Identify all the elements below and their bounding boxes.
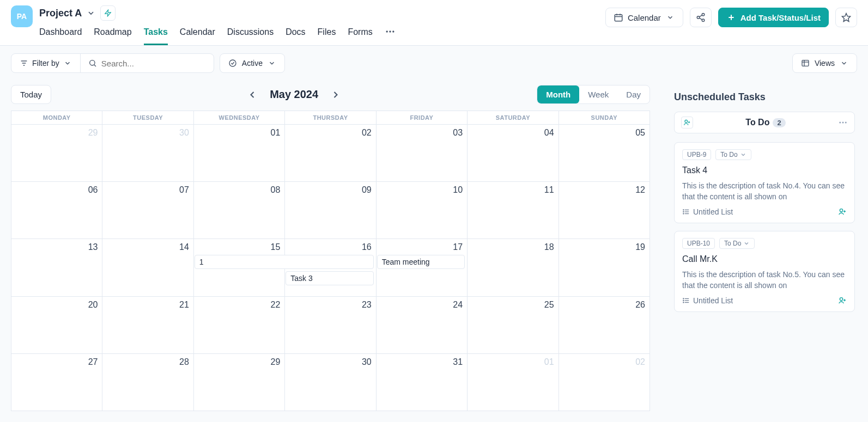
calendar-day[interactable]: 28: [102, 353, 193, 411]
calendar-day[interactable]: 31: [376, 353, 467, 411]
view-selector-button[interactable]: Calendar: [605, 8, 683, 27]
day-number: 03: [381, 128, 463, 138]
prev-month-button[interactable]: [245, 87, 260, 102]
calendar-day[interactable]: 11: [467, 181, 558, 238]
tab-files[interactable]: Files: [318, 24, 336, 45]
svg-rect-22: [802, 60, 809, 66]
day-number: 31: [381, 357, 463, 367]
calendar-day[interactable]: 05: [559, 124, 650, 181]
view-option-day[interactable]: Day: [617, 85, 650, 103]
calendar-day[interactable]: 13: [11, 238, 102, 296]
task-card[interactable]: UPB-9 To Do Task 4 This is the descripti…: [674, 142, 855, 223]
calendar-day[interactable]: 20: [11, 296, 102, 353]
task-card[interactable]: UPB-10 To Do Call Mr.K This is the descr…: [674, 231, 855, 312]
automation-bolt-button[interactable]: [100, 5, 116, 21]
svg-point-43: [683, 298, 684, 299]
day-number: 23: [289, 300, 371, 310]
search-input-wrap[interactable]: [81, 54, 214, 72]
svg-point-36: [683, 213, 684, 214]
calendar-day[interactable]: 24: [376, 296, 467, 353]
calendar-day[interactable]: 10: [376, 181, 467, 238]
search-input[interactable]: [101, 59, 206, 68]
day-number: 22: [198, 300, 280, 310]
calendar-day[interactable]: 02: [284, 124, 375, 181]
calendar-day[interactable]: 06: [11, 181, 102, 238]
calendar-day[interactable]: 14: [102, 238, 193, 296]
day-number: 24: [381, 300, 463, 310]
chevron-down-icon: [267, 58, 277, 68]
svg-point-8: [702, 14, 705, 16]
tab-docs[interactable]: Docs: [286, 24, 305, 45]
calendar-day[interactable]: 19: [559, 238, 650, 296]
svg-marker-15: [842, 14, 851, 22]
tab-dashboard[interactable]: Dashboard: [39, 24, 82, 45]
calendar-day[interactable]: 08: [193, 181, 284, 238]
star-button[interactable]: [835, 8, 857, 27]
nav-tabs: DashboardRoadmapTasksCalendarDiscussions…: [39, 24, 396, 45]
calendar-day[interactable]: 04: [467, 124, 558, 181]
tab-calendar[interactable]: Calendar: [180, 24, 215, 45]
assign-icon[interactable]: [838, 207, 847, 216]
day-number: 02: [563, 357, 645, 367]
calendar-day[interactable]: 30: [284, 353, 375, 411]
svg-point-30: [845, 122, 847, 124]
filter-by-button[interactable]: Filter by: [11, 54, 81, 72]
calendar-day[interactable]: 30: [102, 124, 193, 181]
more-icon[interactable]: [838, 118, 848, 127]
more-tabs-icon[interactable]: [385, 24, 396, 45]
tab-forms[interactable]: Forms: [348, 24, 372, 45]
calendar-day[interactable]: 23: [284, 296, 375, 353]
chevron-down-icon[interactable]: [86, 8, 96, 18]
svg-point-34: [683, 210, 684, 210]
task-description: This is the description of task No.5. Yo…: [682, 270, 847, 291]
today-button[interactable]: Today: [11, 85, 51, 104]
calendar-day[interactable]: 01: [193, 124, 284, 181]
views-button[interactable]: Views: [792, 53, 857, 73]
task-status-tag[interactable]: To Do: [719, 238, 755, 249]
filter-toolbar: Filter by Active: [0, 46, 868, 81]
view-option-month[interactable]: Month: [537, 85, 579, 103]
share-button[interactable]: [690, 8, 712, 27]
view-option-week[interactable]: Week: [579, 85, 617, 103]
add-task-button[interactable]: Add Task/Status/List: [718, 8, 829, 27]
day-number: 09: [289, 185, 371, 195]
calendar-day[interactable]: 29: [193, 353, 284, 411]
calendar-day[interactable]: 22: [193, 296, 284, 353]
calendar-day[interactable]: 02: [559, 353, 650, 411]
svg-point-45: [683, 302, 684, 303]
day-number: 26: [563, 300, 645, 310]
calendar-day[interactable]: 27: [11, 353, 102, 411]
chevron-down-icon: [839, 58, 849, 68]
calendar-day[interactable]: 03: [376, 124, 467, 181]
calendar-day[interactable]: 07: [102, 181, 193, 238]
assign-icon[interactable]: [838, 296, 847, 305]
svg-point-3: [392, 30, 394, 32]
tab-tasks[interactable]: Tasks: [144, 24, 168, 45]
assign-icon[interactable]: [681, 117, 693, 129]
tab-roadmap[interactable]: Roadmap: [94, 24, 131, 45]
calendar-day[interactable]: 21: [102, 296, 193, 353]
task-list-ref[interactable]: Untitled List: [682, 207, 733, 216]
calendar-day[interactable]: 18: [467, 238, 558, 296]
calendar-day[interactable]: 29: [11, 124, 102, 181]
filter-icon: [19, 58, 29, 68]
chevron-down-icon: [63, 58, 72, 68]
status-header[interactable]: To Do2: [674, 112, 855, 133]
task-status-tag[interactable]: To Do: [715, 149, 751, 160]
project-title[interactable]: Project A: [39, 8, 82, 19]
calendar-day[interactable]: 26: [559, 296, 650, 353]
calendar-day[interactable]: 01: [467, 353, 558, 411]
active-filter-button[interactable]: Active: [220, 53, 285, 73]
calendar-event[interactable]: 1: [195, 255, 374, 269]
calendar-day[interactable]: 09: [284, 181, 375, 238]
day-number: 29: [16, 128, 98, 138]
calendar-event[interactable]: Team meeting: [377, 255, 465, 269]
calendar-event[interactable]: Task 3: [286, 271, 373, 285]
calendar-day[interactable]: 12: [559, 181, 650, 238]
next-month-button[interactable]: [328, 87, 343, 102]
task-title: Task 4: [682, 166, 847, 175]
task-list-ref[interactable]: Untitled List: [682, 296, 733, 305]
tab-discussions[interactable]: Discussions: [227, 24, 274, 45]
calendar-day[interactable]: 25: [467, 296, 558, 353]
weekday-header: WEDNESDAY: [193, 111, 284, 124]
